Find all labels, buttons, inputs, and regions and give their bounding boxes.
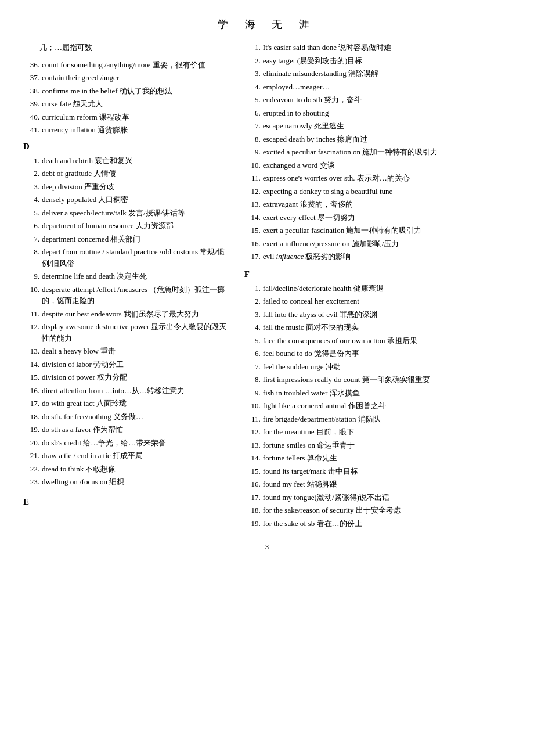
entry-number: 18.	[244, 505, 261, 516]
list-item: 16.found my feet 站稳脚跟	[244, 478, 511, 490]
list-item: 2.failed to conceal her excitement	[244, 296, 511, 307]
list-item: 7.department concerned 相关部门	[23, 233, 233, 245]
left-column: 几；…屈指可数 36.count for something /anything…	[23, 42, 233, 531]
entry-text: escape narrowly 死里逃生	[263, 120, 511, 132]
entry-text: eliminate misunderstanding 消除误解	[263, 68, 511, 80]
entry-text: desperate attempt /effort /measures （危急时…	[42, 284, 233, 307]
entry-number: 40.	[23, 111, 39, 123]
entry-number: 8.	[244, 374, 261, 386]
entry-text: for the sake of sb 看在…的份上	[263, 518, 511, 530]
list-item: 16.dirert attention from …into…从…转移注意力	[23, 385, 233, 397]
list-item: 21.draw a tie / end in a tie 打成平局	[23, 450, 233, 462]
list-item: 11.express one's worries over sth. 表示对…的…	[244, 172, 511, 184]
entry-text: fortune smiles on 命运垂青于	[263, 440, 511, 451]
entry-number: 20.	[23, 437, 39, 449]
entry-text: do sth as a favor 作为帮忙	[42, 424, 233, 435]
entry-text: fire brigade/department/station 消防队	[263, 413, 511, 425]
entry-number: 15.	[23, 372, 39, 383]
entry-number: 39.	[23, 98, 39, 110]
list-item: 11.fire brigade/department/station 消防队	[244, 413, 511, 425]
entry-text: determine life and death 决定生死	[42, 271, 233, 282]
list-item: 41.currency inflation 通货膨胀	[23, 124, 233, 136]
entry-number: 5.	[23, 207, 39, 219]
entry-number: 16.	[244, 478, 261, 490]
list-item: 7.escape narrowly 死里逃生	[244, 120, 511, 132]
entry-text: draw a tie / end in a tie 打成平局	[42, 450, 233, 462]
entry-number: 13.	[23, 345, 39, 357]
entry-number: 12.	[244, 186, 261, 197]
entry-text: feel the sudden urge 冲动	[263, 361, 511, 373]
entry-number: 4.	[23, 194, 39, 206]
entry-number: 9.	[244, 146, 261, 158]
entry-text: failed to conceal her excitement	[263, 296, 511, 307]
entry-number: 15.	[244, 225, 261, 236]
list-item: 16.exert a influence/pressure on 施加影响/压力	[244, 238, 511, 250]
entry-number: 17.	[244, 492, 261, 503]
list-item: 19.for the sake of sb 看在…的份上	[244, 518, 511, 530]
entry-text: face the consequences of our own action …	[263, 335, 511, 347]
list-item: 4.densely populated 人口稠密	[23, 194, 233, 206]
main-content: 几；…屈指可数 36.count for something /anything…	[23, 42, 511, 531]
entry-text: display awesome destructive power 显示出令人敬…	[42, 321, 233, 344]
left-continuation: 几；…屈指可数	[23, 42, 233, 53]
entry-text: fall into the abyss of evil 罪恶的深渊	[263, 309, 511, 321]
entry-text: fall the music 面对不快的现实	[263, 322, 511, 333]
entry-number: 8.	[23, 246, 39, 258]
list-item: 1.It's easier said than done 说时容易做时难	[244, 42, 511, 53]
entry-text: currency inflation 通货膨胀	[42, 124, 233, 136]
section-f-header: F	[244, 269, 511, 279]
entry-text: department of human resource 人力资源部	[42, 220, 233, 232]
list-item: 20.do sb's credit 给…争光，给…带来荣誉	[23, 437, 233, 449]
list-item: 22.dread to think 不敢想像	[23, 463, 233, 475]
entry-text: feel bound to do 觉得是份内事	[263, 348, 511, 359]
list-item: 23.dwelling on /focus on 细想	[23, 476, 233, 488]
entry-text: for the sake/reason of security 出于安全考虑	[263, 505, 511, 516]
entry-text: exert every effect 尽一切努力	[263, 212, 511, 224]
entry-number: 6.	[244, 107, 261, 119]
entry-number: 18.	[23, 411, 39, 423]
entry-number: 10.	[23, 284, 39, 296]
entry-number: 4.	[244, 322, 261, 333]
list-item: 2.easy target (易受到攻击的)目标	[244, 55, 511, 67]
entry-text: excited a peculiar fascination on 施加一种特有…	[263, 146, 511, 158]
entry-number: 12.	[244, 426, 261, 438]
entry-text: found its target/mark 击中目标	[263, 466, 511, 477]
entry-number: 38.	[23, 85, 39, 97]
list-item: 17.evil influence 极恶劣的影响	[244, 251, 511, 262]
entry-text: erupted in to shouting	[263, 107, 511, 119]
entry-number: 14.	[244, 212, 261, 224]
entry-number: 17.	[244, 251, 261, 262]
entry-text: express one's worries over sth. 表示对…的关心	[263, 172, 511, 184]
list-item: 3.fall into the abyss of evil 罪恶的深渊	[244, 309, 511, 321]
entry-number: 13.	[244, 440, 261, 451]
entry-number: 3.	[244, 309, 261, 321]
entry-number: 10.	[244, 160, 261, 171]
entry-text: evil influence 极恶劣的影响	[263, 251, 511, 262]
list-item: 10.exchanged a word 交谈	[244, 160, 511, 171]
list-item: 12.expecting a donkey to sing a beautifu…	[244, 186, 511, 197]
list-item: 6.feel bound to do 觉得是份内事	[244, 348, 511, 359]
entry-number: 7.	[23, 233, 39, 245]
entry-text: fish in troubled water 浑水摸鱼	[263, 387, 511, 399]
entry-number: 4.	[244, 81, 261, 93]
list-item: 9.determine life and death 决定生死	[23, 271, 233, 282]
entry-text: do sth. for free/nothing 义务做…	[42, 411, 233, 423]
entry-number: 13.	[244, 199, 261, 210]
entry-number: 9.	[244, 387, 261, 399]
entry-number: 2.	[244, 296, 261, 307]
entry-text: dealt a heavy blow 重击	[42, 345, 233, 357]
list-item: 5.face the consequences of our own actio…	[244, 335, 511, 347]
entry-number: 23.	[23, 476, 39, 488]
entry-text: It's easier said than done 说时容易做时难	[263, 42, 511, 53]
entry-text: exchanged a word 交谈	[263, 160, 511, 171]
entry-number: 6.	[23, 220, 39, 232]
entry-number: 7.	[244, 361, 261, 373]
entry-text: first impressions really do count 第一印象确实…	[263, 374, 511, 386]
entry-number: 3.	[23, 181, 39, 193]
entry-number: 21.	[23, 450, 39, 462]
entry-number: 14.	[23, 359, 39, 370]
list-item: 18.for the sake/reason of security 出于安全考…	[244, 505, 511, 516]
list-item: 6.erupted in to shouting	[244, 107, 511, 119]
entry-text: fail/decline/deteriorate health 健康衰退	[263, 283, 511, 294]
section-f-list: 1.fail/decline/deteriorate health 健康衰退2.…	[244, 283, 511, 530]
